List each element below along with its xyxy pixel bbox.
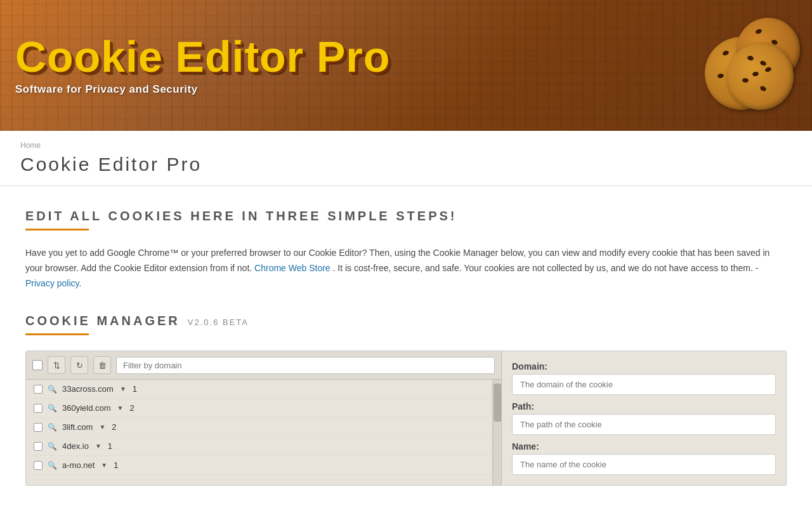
- main-content: EDIT ALL COOKIES HERE IN THREE SIMPLE ST…: [0, 186, 812, 508]
- cookie-list[interactable]: 🔍 33across.com ▼ 1 🔍 360yield.com ▼ 2 🔍 …: [26, 380, 492, 485]
- intro-paragraph: Have you yet to add Google Chrome™ or yo…: [25, 246, 787, 291]
- item-arrow-icon: ▼: [117, 404, 124, 411]
- breadcrumb: Home: [20, 141, 792, 150]
- cookie-manager-title: COOKIE MANAGER: [25, 314, 180, 328]
- cookie-manager-title-row: COOKIE MANAGER V2.0.6 BETA: [25, 314, 787, 328]
- search-icon: 🔍: [48, 442, 57, 451]
- refresh-button[interactable]: ↻: [70, 356, 88, 374]
- header-branding: Cookie Editor Pro Software for Privacy a…: [15, 35, 390, 96]
- item-domain: 33across.com: [62, 384, 114, 394]
- cookie-manager-container: ⇅ ↻ 🗑 🔍 33across.com ▼ 1: [25, 351, 787, 486]
- path-field-group: Path:: [512, 401, 776, 435]
- privacy-policy-link[interactable]: Privacy policy: [25, 278, 79, 288]
- scrollbar-thumb[interactable]: [494, 384, 501, 422]
- item-checkbox[interactable]: [34, 442, 43, 451]
- site-subtitle: Software for Privacy and Security: [15, 83, 390, 96]
- item-domain: 360yield.com: [62, 403, 111, 413]
- domain-filter-input[interactable]: [116, 357, 495, 374]
- item-count: 2: [130, 403, 134, 413]
- delete-icon: 🗑: [98, 361, 107, 370]
- name-field-group: Name:: [512, 441, 776, 475]
- item-count: 1: [108, 441, 112, 451]
- cookie-circle-3: [727, 43, 794, 110]
- item-domain: a-mo.net: [62, 460, 95, 470]
- refresh-icon: ↻: [76, 361, 83, 370]
- cookie-detail-panel: Domain: Path: Name:: [502, 351, 786, 485]
- item-count: 2: [112, 422, 116, 432]
- cookie-decoration: [686, 11, 797, 119]
- site-header: Cookie Editor Pro Software for Privacy a…: [0, 0, 812, 131]
- item-domain: 4dex.io: [62, 441, 89, 451]
- item-checkbox[interactable]: [34, 385, 43, 394]
- list-item[interactable]: 🔍 3lift.com ▼ 2: [26, 418, 492, 437]
- cookie-manager-version: V2.0.6 BETA: [188, 318, 249, 327]
- name-label: Name:: [512, 441, 776, 451]
- section1-title: EDIT ALL COOKIES HERE IN THREE SIMPLE ST…: [25, 209, 787, 224]
- domain-label: Domain:: [512, 361, 776, 371]
- cookie-list-panel: ⇅ ↻ 🗑 🔍 33across.com ▼ 1: [26, 351, 502, 485]
- path-label: Path:: [512, 401, 776, 411]
- domain-field-group: Domain:: [512, 361, 776, 395]
- list-scrollbar[interactable]: [492, 380, 501, 485]
- search-icon: 🔍: [48, 423, 57, 432]
- site-title: Cookie Editor Pro: [15, 35, 390, 78]
- search-icon: 🔍: [48, 461, 57, 470]
- sort-button[interactable]: ⇅: [48, 356, 65, 374]
- search-icon: 🔍: [48, 385, 57, 394]
- select-all-checkbox[interactable]: [32, 360, 43, 370]
- chrome-store-link[interactable]: Chrome Web Store: [254, 263, 331, 273]
- name-input[interactable]: [512, 454, 776, 475]
- list-toolbar: ⇅ ↻ 🗑: [26, 351, 501, 380]
- item-checkbox[interactable]: [34, 461, 43, 470]
- item-domain: 3lift.com: [62, 422, 93, 432]
- item-count: 1: [133, 384, 137, 394]
- item-arrow-icon: ▼: [120, 385, 126, 392]
- list-item[interactable]: 🔍 4dex.io ▼ 1: [26, 437, 492, 456]
- list-item[interactable]: 🔍 a-mo.net ▼ 1: [26, 456, 492, 475]
- page-header: Home Cookie Editor Pro: [0, 131, 812, 186]
- item-arrow-icon: ▼: [95, 443, 102, 450]
- item-count: 1: [114, 460, 118, 470]
- sort-icon: ⇅: [53, 361, 60, 370]
- item-checkbox[interactable]: [34, 404, 43, 413]
- delete-button[interactable]: 🗑: [93, 356, 111, 374]
- domain-input[interactable]: [512, 374, 776, 395]
- section1-underline: [25, 229, 89, 231]
- list-item[interactable]: 🔍 33across.com ▼ 1: [26, 380, 492, 399]
- page-title: Cookie Editor Pro: [20, 154, 792, 175]
- item-arrow-icon: ▼: [101, 462, 107, 469]
- list-item[interactable]: 🔍 360yield.com ▼ 2: [26, 399, 492, 418]
- privacy-suffix: .: [79, 278, 82, 288]
- section2-underline: [25, 333, 89, 335]
- intro-text-after: . It is cost-free, secure, and safe. You…: [333, 263, 759, 273]
- search-icon: 🔍: [48, 404, 57, 413]
- cookie-list-scroll: 🔍 33across.com ▼ 1 🔍 360yield.com ▼ 2 🔍 …: [26, 380, 501, 485]
- item-arrow-icon: ▼: [99, 424, 105, 431]
- item-checkbox[interactable]: [34, 423, 43, 432]
- path-input[interactable]: [512, 414, 776, 435]
